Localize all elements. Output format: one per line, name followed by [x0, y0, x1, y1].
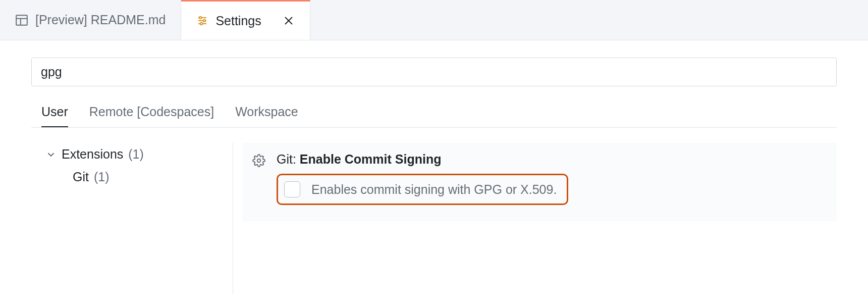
setting-category: Git:: [277, 152, 296, 166]
tab-preview-readme[interactable]: [Preview] README.md: [0, 0, 181, 40]
settings-content-area: Extensions (1) Git (1) Git:: [31, 143, 837, 294]
scope-tab-remote[interactable]: Remote [Codespaces]: [89, 105, 214, 127]
sidebar-item-extensions[interactable]: Extensions (1): [43, 143, 233, 166]
settings-sidebar: Extensions (1) Git (1): [31, 143, 233, 294]
svg-point-7: [203, 20, 205, 22]
tab-settings[interactable]: Settings: [181, 0, 310, 40]
settings-search-input[interactable]: [31, 58, 837, 86]
settings-list: Git: Enable Commit Signing Enables commi…: [233, 143, 837, 294]
settings-scope-tabs: User Remote [Codespaces] Workspace: [31, 105, 837, 128]
sidebar-item-label: Git: [73, 170, 89, 184]
scope-tab-user[interactable]: User: [41, 105, 68, 127]
svg-point-8: [200, 23, 202, 25]
sidebar-item-count: (1): [94, 170, 110, 184]
chevron-down-icon: [45, 149, 57, 160]
preview-icon: [15, 14, 28, 27]
setting-description: Enables commit signing with GPG or X.509…: [311, 182, 557, 197]
svg-rect-0: [16, 15, 27, 25]
editor-tab-bar: [Preview] README.md Settings: [0, 0, 868, 40]
setting-checkbox-row: Enables commit signing with GPG or X.509…: [277, 174, 568, 205]
scope-tab-workspace[interactable]: Workspace: [235, 105, 298, 127]
settings-body: User Remote [Codespaces] Workspace Exten…: [0, 40, 868, 294]
enable-commit-signing-checkbox[interactable]: [284, 181, 300, 197]
gear-icon[interactable]: [252, 154, 265, 205]
close-icon[interactable]: [283, 15, 295, 27]
setting-content: Git: Enable Commit Signing Enables commi…: [277, 152, 827, 205]
setting-title: Git: Enable Commit Signing: [277, 152, 827, 167]
sidebar-item-count: (1): [128, 147, 144, 162]
settings-tab-icon: [196, 15, 208, 27]
setting-item-git-enable-commit-signing: Git: Enable Commit Signing Enables commi…: [242, 143, 837, 221]
svg-point-11: [257, 159, 261, 163]
svg-point-6: [199, 17, 201, 19]
tab-label: [Preview] README.md: [35, 13, 166, 27]
tab-label: Settings: [215, 14, 261, 28]
sidebar-item-git[interactable]: Git (1): [43, 166, 233, 188]
sidebar-item-label: Extensions: [62, 147, 123, 162]
setting-name: Enable Commit Signing: [300, 152, 442, 166]
